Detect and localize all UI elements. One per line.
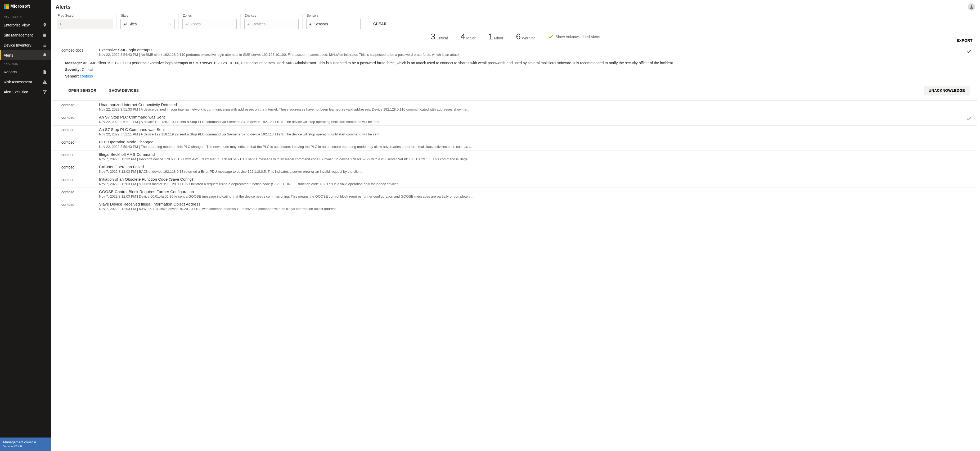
alert-row[interactable]: contoso GOOSE Control Block Requires Fur…	[52, 187, 977, 200]
stat-critical-label: Critical	[436, 36, 448, 40]
stat-major-count: 4	[461, 32, 465, 41]
acknowledge-button[interactable]	[965, 177, 973, 186]
expanded-actions: OPEN SENSOR SHOW DEVICES UNACKNOWLEDGE	[61, 80, 973, 95]
server-icon	[42, 33, 47, 38]
show-devices-button[interactable]: SHOW DEVICES	[106, 86, 142, 95]
stat-warning-label: Warning	[522, 36, 536, 40]
alert-list[interactable]: contoso-docs Excessive SMB login attempt…	[51, 43, 980, 451]
alert-title: BACNet Operation Failed	[99, 165, 954, 169]
alert-row-expanded[interactable]: contoso-docs Excessive SMB login attempt…	[52, 45, 977, 100]
acknowledge-button[interactable]	[965, 127, 973, 136]
chevron-down-icon	[293, 22, 296, 25]
alert-sensor: contoso	[61, 202, 88, 211]
message-text: An SMB client 192.128.0.110 performs exc…	[82, 61, 674, 65]
sensors-select[interactable]: All Sensors	[306, 19, 361, 29]
devices-select[interactable]: All Devices	[244, 19, 299, 29]
sidebar-item-alerts[interactable]: Alerts	[0, 50, 51, 60]
acknowledge-button[interactable]	[965, 140, 973, 149]
alert-sensor: contoso-docs	[61, 48, 88, 57]
alert-row[interactable]: contoso Initiation of an Obsolete Functi…	[52, 175, 977, 187]
zones-label: Zones	[182, 14, 237, 17]
stat-minor-label: Minor	[494, 36, 503, 40]
alert-title: Illegal Beckhoff AMS Command	[99, 152, 954, 157]
sidebar-item-site-management[interactable]: Site Management	[0, 30, 51, 40]
unacknowledge-button[interactable]: UNACKNOWLEDGE	[924, 86, 969, 95]
acknowledge-button[interactable]	[965, 165, 973, 173]
alert-sensor: contoso	[61, 152, 88, 161]
nav-heading-analysis: ANALYSIS	[0, 60, 51, 67]
console-title: Management console	[3, 440, 48, 444]
alert-row[interactable]: contoso Illegal Beckhoff AMS Command Nov…	[52, 150, 977, 163]
location-pin-icon	[42, 23, 47, 27]
alert-title: Slave Device Received Illegal Informatio…	[99, 202, 954, 206]
sensors-value: All Sensors	[309, 22, 328, 26]
sidebar-item-label: Alerts	[4, 53, 13, 57]
stat-critical-count: 3	[431, 32, 436, 41]
open-sensor-button[interactable]: OPEN SENSOR	[65, 86, 100, 95]
alert-sensor: contoso	[61, 189, 88, 199]
bell-icon	[42, 53, 47, 58]
stat-minor: 1 Minor	[488, 32, 503, 41]
sensor-link[interactable]: contoso	[80, 74, 93, 78]
alert-title: Unauthorized Internet Connectivity Detec…	[99, 102, 954, 107]
alert-detail: Message: An SMB client 192.128.0.110 per…	[61, 57, 973, 79]
stat-warning-count: 6	[516, 32, 521, 41]
sidebar: Microsoft NAVIGATION Enterprise View Sit…	[0, 0, 51, 451]
list-icon	[42, 43, 47, 48]
acknowledge-button[interactable]	[965, 115, 973, 124]
sidebar-item-alert-exclusion[interactable]: Alert Exclusion	[0, 87, 51, 97]
acknowledge-button[interactable]	[965, 202, 973, 211]
alert-sensor: contoso	[61, 127, 88, 136]
sensor-label: Sensor:	[65, 74, 79, 78]
alert-title: GOOSE Control Block Requires Further Con…	[99, 189, 954, 194]
alert-sensor: contoso	[61, 115, 88, 124]
severity-value: Critical	[81, 67, 93, 72]
alert-row[interactable]: contoso An S7 Stop PLC Command was Sent …	[52, 113, 977, 125]
severity-label: Severity:	[65, 67, 81, 72]
zones-value: All Zones	[185, 22, 200, 26]
stat-major: 4 Major	[461, 32, 476, 41]
svg-point-1	[60, 23, 61, 24]
sidebar-item-risk-assessment[interactable]: Risk Assessment	[0, 77, 51, 87]
sidebar-item-label: Device Inventory	[4, 43, 31, 48]
topbar: Alerts	[51, 0, 980, 13]
alert-meta: Nov 7, 2022 8:12:03 PM | A DNP3 master 1…	[99, 182, 954, 186]
devices-value: All Devices	[247, 22, 266, 26]
search-label: Free Search	[57, 14, 113, 17]
alert-row[interactable]: contoso PLC Operating Mode Changed Nov 2…	[52, 138, 977, 150]
acknowledge-button[interactable]	[965, 189, 973, 199]
alert-row[interactable]: contoso Slave Device Received Illegal In…	[52, 200, 977, 213]
devices-label: Devices	[244, 14, 299, 17]
acknowledge-button[interactable]	[965, 48, 973, 57]
sites-select[interactable]: All Sites	[121, 19, 175, 29]
alert-row[interactable]: contoso Unauthorized Internet Connectivi…	[52, 100, 977, 113]
alert-meta: Nov 7, 2022 8:12:03 PM | 60870-5-104 sla…	[99, 207, 954, 211]
console-version: Version 22.2.6	[3, 445, 48, 448]
sidebar-footer: Management console Version 22.2.6	[0, 438, 51, 451]
alert-meta: Nov 22, 2022 3:54:43 PM | An SMB client …	[99, 52, 954, 57]
alert-row[interactable]: contoso An S7 Stop PLC Command was Sent …	[52, 125, 977, 138]
nav-heading-navigation: NAVIGATION	[0, 13, 51, 20]
sidebar-item-reports[interactable]: Reports	[0, 67, 51, 77]
sidebar-item-device-inventory[interactable]: Device Inventory	[0, 40, 51, 50]
filter-bar: Free Search Sites All Sites Zones All Zo…	[51, 13, 980, 32]
alert-title: PLC Operating Mode Changed	[99, 140, 954, 144]
user-avatar[interactable]	[968, 3, 975, 11]
alert-meta: Nov 22, 2022 3:50:43 PM | The operating …	[99, 145, 954, 149]
alert-meta: Nov 22, 2022 3:51:11 PM | A device 192.1…	[99, 132, 954, 136]
acknowledge-button[interactable]	[965, 102, 973, 111]
stat-critical: 3 Critical	[431, 32, 448, 41]
export-button[interactable]: EXPORT	[954, 37, 975, 44]
show-acknowledged-toggle[interactable]: Show Acknowledged Alerts	[548, 34, 600, 40]
search-input[interactable]	[57, 19, 113, 29]
acknowledge-button[interactable]	[965, 152, 973, 161]
search-field[interactable]	[64, 22, 110, 26]
clear-button[interactable]: CLEAR	[369, 19, 390, 28]
stat-warning: 6 Warning	[516, 32, 535, 41]
check-icon	[548, 34, 554, 40]
sites-value: All Sites	[123, 22, 137, 26]
zones-select[interactable]: All Zones	[182, 19, 237, 29]
alert-row[interactable]: contoso BACNet Operation Failed Nov 7, 2…	[52, 163, 977, 175]
alert-meta: Nov 7, 2022 8:12:03 PM | BACNet device 1…	[99, 170, 954, 173]
sidebar-item-enterprise-view[interactable]: Enterprise View	[0, 20, 51, 30]
